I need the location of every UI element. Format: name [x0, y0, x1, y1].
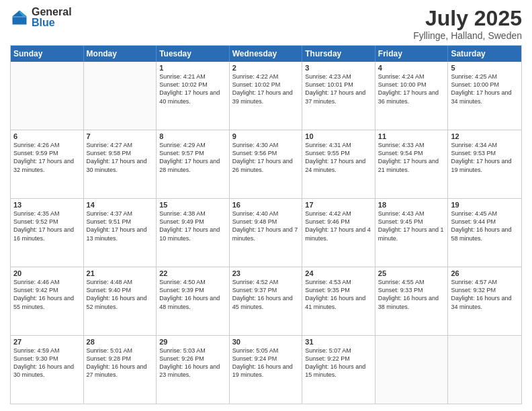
day-number: 22: [159, 269, 226, 277]
day-number: 7: [87, 132, 154, 140]
day-number: 1: [159, 64, 226, 72]
calendar-day-30: 30Sunrise: 5:05 AM Sunset: 9:24 PM Dayli…: [230, 336, 303, 404]
empty-cell: [448, 336, 521, 404]
calendar-header: SundayMondayTuesdayWednesdayThursdayFrid…: [11, 46, 521, 62]
day-info: Sunrise: 4:35 AM Sunset: 9:52 PM Dayligh…: [13, 210, 81, 242]
day-info: Sunrise: 4:52 AM Sunset: 9:37 PM Dayligh…: [232, 278, 300, 311]
page: General Blue July 2025 Fyllinge, Halland…: [0, 0, 532, 411]
day-info: Sunrise: 4:23 AM Sunset: 10:01 PM Daylig…: [305, 73, 372, 105]
day-header: Thursday: [302, 46, 375, 62]
day-info: Sunrise: 4:27 AM Sunset: 9:58 PM Dayligh…: [87, 141, 154, 174]
day-info: Sunrise: 4:50 AM Sunset: 9:39 PM Dayligh…: [159, 278, 226, 311]
calendar-day-12: 12Sunrise: 4:34 AM Sunset: 9:53 PM Dayli…: [448, 130, 521, 198]
day-number: 24: [305, 269, 372, 277]
day-number: 29: [159, 338, 226, 346]
day-number: 23: [232, 269, 300, 277]
day-info: Sunrise: 4:22 AM Sunset: 10:02 PM Daylig…: [232, 73, 300, 105]
calendar-day-1: 1Sunrise: 4:21 AM Sunset: 10:02 PM Dayli…: [157, 62, 230, 130]
day-number: 21: [87, 269, 154, 277]
calendar-day-28: 28Sunrise: 5:01 AM Sunset: 9:28 PM Dayli…: [84, 336, 157, 404]
main-title: July 2025: [413, 7, 522, 30]
day-number: 30: [232, 338, 300, 346]
day-info: Sunrise: 5:07 AM Sunset: 9:22 PM Dayligh…: [305, 347, 372, 379]
calendar-day-25: 25Sunrise: 4:55 AM Sunset: 9:33 PM Dayli…: [375, 267, 449, 335]
day-info: Sunrise: 4:53 AM Sunset: 9:35 PM Dayligh…: [305, 278, 372, 311]
day-info: Sunrise: 5:05 AM Sunset: 9:24 PM Dayligh…: [232, 347, 300, 379]
calendar-day-6: 6Sunrise: 4:26 AM Sunset: 9:59 PM Daylig…: [11, 130, 84, 198]
calendar-body: 1Sunrise: 4:21 AM Sunset: 10:02 PM Dayli…: [11, 62, 521, 404]
calendar-day-23: 23Sunrise: 4:52 AM Sunset: 9:37 PM Dayli…: [230, 267, 303, 335]
calendar-day-8: 8Sunrise: 4:29 AM Sunset: 9:57 PM Daylig…: [157, 130, 230, 198]
calendar-day-21: 21Sunrise: 4:48 AM Sunset: 9:40 PM Dayli…: [84, 267, 157, 335]
calendar-day-11: 11Sunrise: 4:33 AM Sunset: 9:54 PM Dayli…: [375, 130, 449, 198]
calendar-day-5: 5Sunrise: 4:25 AM Sunset: 10:00 PM Dayli…: [448, 62, 521, 130]
calendar-day-27: 27Sunrise: 4:59 AM Sunset: 9:30 PM Dayli…: [11, 336, 84, 404]
day-number: 8: [159, 132, 226, 140]
calendar-day-9: 9Sunrise: 4:30 AM Sunset: 9:56 PM Daylig…: [230, 130, 303, 198]
day-number: 19: [451, 201, 519, 209]
header: General Blue July 2025 Fyllinge, Halland…: [10, 7, 522, 41]
logo-blue: Blue: [32, 17, 72, 28]
day-info: Sunrise: 4:45 AM Sunset: 9:44 PM Dayligh…: [451, 210, 519, 242]
day-number: 14: [87, 201, 154, 209]
subtitle: Fyllinge, Halland, Sweden: [413, 30, 522, 41]
day-number: 20: [13, 269, 81, 277]
day-header: Friday: [375, 46, 449, 62]
title-block: July 2025 Fyllinge, Halland, Sweden: [413, 7, 522, 41]
day-number: 28: [87, 338, 154, 346]
day-number: 3: [305, 64, 372, 72]
day-info: Sunrise: 4:31 AM Sunset: 9:55 PM Dayligh…: [305, 141, 372, 174]
day-number: 31: [305, 338, 372, 346]
day-number: 11: [378, 132, 445, 140]
calendar-day-18: 18Sunrise: 4:43 AM Sunset: 9:45 PM Dayli…: [375, 199, 449, 267]
calendar-day-20: 20Sunrise: 4:46 AM Sunset: 9:42 PM Dayli…: [11, 267, 84, 335]
day-number: 12: [451, 132, 519, 140]
day-info: Sunrise: 4:26 AM Sunset: 9:59 PM Dayligh…: [13, 141, 81, 174]
day-info: Sunrise: 4:40 AM Sunset: 9:48 PM Dayligh…: [232, 210, 300, 242]
day-number: 16: [232, 201, 300, 209]
calendar-day-29: 29Sunrise: 5:03 AM Sunset: 9:26 PM Dayli…: [157, 336, 230, 404]
day-header: Monday: [84, 46, 157, 62]
logo-general: General: [32, 7, 72, 17]
calendar-day-4: 4Sunrise: 4:24 AM Sunset: 10:00 PM Dayli…: [375, 62, 449, 130]
day-info: Sunrise: 4:43 AM Sunset: 9:45 PM Dayligh…: [378, 210, 445, 242]
calendar-day-19: 19Sunrise: 4:45 AM Sunset: 9:44 PM Dayli…: [448, 199, 521, 267]
day-header: Sunday: [11, 46, 84, 62]
calendar-day-2: 2Sunrise: 4:22 AM Sunset: 10:02 PM Dayli…: [230, 62, 303, 130]
day-info: Sunrise: 4:48 AM Sunset: 9:40 PM Dayligh…: [87, 278, 154, 311]
day-info: Sunrise: 5:03 AM Sunset: 9:26 PM Dayligh…: [159, 347, 226, 379]
calendar-row: 20Sunrise: 4:46 AM Sunset: 9:42 PM Dayli…: [11, 267, 521, 336]
day-number: 6: [13, 132, 81, 140]
day-info: Sunrise: 4:37 AM Sunset: 9:51 PM Dayligh…: [87, 210, 154, 242]
day-number: 17: [305, 201, 372, 209]
day-info: Sunrise: 4:57 AM Sunset: 9:32 PM Dayligh…: [451, 278, 519, 311]
empty-cell: [11, 62, 84, 130]
empty-cell: [375, 336, 449, 404]
day-number: 13: [13, 201, 81, 209]
calendar-day-16: 16Sunrise: 4:40 AM Sunset: 9:48 PM Dayli…: [230, 199, 303, 267]
day-info: Sunrise: 4:59 AM Sunset: 9:30 PM Dayligh…: [13, 347, 81, 379]
calendar-day-31: 31Sunrise: 5:07 AM Sunset: 9:22 PM Dayli…: [302, 336, 375, 404]
day-header: Tuesday: [157, 46, 230, 62]
calendar-day-14: 14Sunrise: 4:37 AM Sunset: 9:51 PM Dayli…: [84, 199, 157, 267]
day-info: Sunrise: 4:34 AM Sunset: 9:53 PM Dayligh…: [451, 141, 519, 174]
day-number: 15: [159, 201, 226, 209]
calendar-day-10: 10Sunrise: 4:31 AM Sunset: 9:55 PM Dayli…: [302, 130, 375, 198]
day-info: Sunrise: 5:01 AM Sunset: 9:28 PM Dayligh…: [87, 347, 154, 379]
calendar-day-13: 13Sunrise: 4:35 AM Sunset: 9:52 PM Dayli…: [11, 199, 84, 267]
day-number: 25: [378, 269, 445, 277]
day-info: Sunrise: 4:25 AM Sunset: 10:00 PM Daylig…: [451, 73, 519, 105]
calendar-day-26: 26Sunrise: 4:57 AM Sunset: 9:32 PM Dayli…: [448, 267, 521, 335]
day-number: 2: [232, 64, 300, 72]
day-number: 4: [378, 64, 445, 72]
calendar-row: 27Sunrise: 4:59 AM Sunset: 9:30 PM Dayli…: [11, 336, 521, 404]
day-info: Sunrise: 4:21 AM Sunset: 10:02 PM Daylig…: [159, 73, 226, 105]
day-number: 27: [13, 338, 81, 346]
svg-rect-2: [13, 16, 27, 17]
calendar-day-7: 7Sunrise: 4:27 AM Sunset: 9:58 PM Daylig…: [84, 130, 157, 198]
day-number: 26: [451, 269, 519, 277]
calendar-day-24: 24Sunrise: 4:53 AM Sunset: 9:35 PM Dayli…: [302, 267, 375, 335]
day-info: Sunrise: 4:33 AM Sunset: 9:54 PM Dayligh…: [378, 141, 445, 174]
empty-cell: [84, 62, 157, 130]
logo: General Blue: [10, 7, 72, 28]
